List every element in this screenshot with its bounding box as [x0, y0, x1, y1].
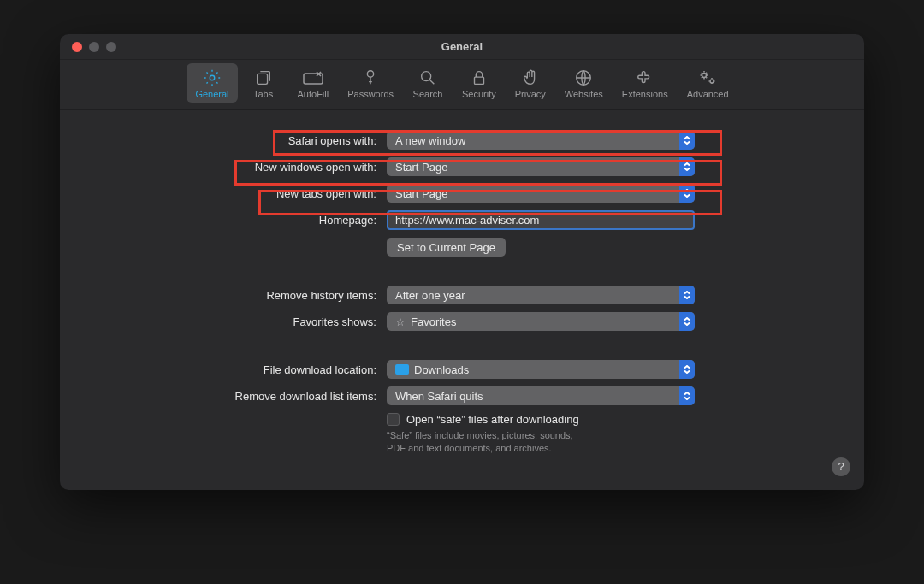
help-label: ?	[838, 460, 844, 473]
tab-label: Privacy	[515, 89, 546, 99]
open-safe-hint: “Safe” files include movies, pictures, s…	[387, 429, 695, 456]
remove-history-label: Remove history items:	[94, 289, 376, 302]
tab-label: Websites	[565, 89, 603, 99]
favorites-select[interactable]: ☆ Favorites	[387, 312, 695, 331]
tab-websites[interactable]: Websites	[556, 63, 612, 103]
svg-point-3	[367, 71, 373, 77]
svg-point-7	[702, 74, 707, 78]
select-value: Favorites	[411, 316, 456, 328]
open-safe-files-row: Open “safe” files after downloading	[387, 413, 695, 426]
button-label: Set to Current Page	[397, 241, 495, 254]
safari-opens-label: Safari opens with:	[94, 134, 376, 147]
star-icon: ☆	[395, 316, 406, 328]
tab-advanced[interactable]: Advanced	[678, 63, 737, 103]
svg-point-0	[210, 75, 215, 80]
remove-history-select[interactable]: After one year	[387, 286, 695, 304]
gears-icon	[697, 68, 718, 87]
new-tabs-label: New tabs open with:	[94, 187, 376, 200]
tab-search[interactable]: Search	[404, 63, 452, 103]
chevron-updown-icon	[679, 312, 695, 331]
titlebar: General	[60, 34, 864, 60]
download-location-select[interactable]: Downloads	[387, 360, 695, 379]
svg-rect-1	[257, 74, 267, 84]
set-current-page-button[interactable]: Set to Current Page	[387, 238, 506, 257]
svg-point-4	[422, 72, 431, 81]
window-title: General	[60, 34, 864, 60]
homepage-field[interactable]	[387, 210, 695, 230]
open-safe-files-checkbox[interactable]	[387, 413, 400, 426]
chevron-updown-icon	[679, 184, 695, 203]
new-tabs-select[interactable]: Start Page	[387, 184, 695, 203]
lock-icon	[470, 68, 489, 87]
puzzle-icon	[636, 68, 654, 87]
tab-label: Tabs	[253, 89, 273, 99]
tab-label: General	[195, 89, 228, 99]
chevron-updown-icon	[679, 131, 695, 150]
chevron-updown-icon	[679, 386, 695, 405]
svg-rect-5	[474, 77, 483, 84]
hand-icon	[521, 68, 540, 87]
chevron-updown-icon	[679, 360, 695, 379]
tab-label: AutoFill	[298, 89, 329, 99]
globe-icon	[574, 68, 593, 87]
safari-opens-select[interactable]: A new window	[387, 131, 695, 150]
traffic-lights	[72, 42, 116, 52]
content-area: Safari opens with: A new window New wind…	[60, 110, 864, 490]
tab-passwords[interactable]: Passwords	[339, 63, 402, 103]
tabs-icon	[254, 68, 273, 87]
minimize-window-button[interactable]	[89, 42, 99, 52]
tab-label: Search	[413, 89, 443, 99]
new-windows-select[interactable]: Start Page	[387, 157, 695, 176]
folder-icon	[395, 364, 409, 375]
chevron-updown-icon	[679, 286, 695, 304]
select-value: Start Page	[395, 187, 447, 200]
select-value: Start Page	[395, 161, 447, 174]
tab-tabs[interactable]: Tabs	[240, 63, 287, 103]
tab-label: Extensions	[622, 89, 668, 99]
tab-general[interactable]: General	[187, 63, 237, 103]
chevron-updown-icon	[679, 157, 695, 176]
zoom-window-button[interactable]	[106, 42, 116, 52]
favorites-label: Favorites shows:	[94, 316, 376, 328]
select-value: Downloads	[414, 363, 469, 376]
select-value: After one year	[395, 289, 465, 302]
svg-point-8	[710, 80, 714, 83]
search-icon	[418, 68, 437, 87]
preferences-window: General General Tabs AutoFill Passwords	[60, 34, 864, 490]
preferences-toolbar: General Tabs AutoFill Passwords Search	[60, 60, 864, 110]
download-location-label: File download location:	[94, 363, 376, 376]
tab-label: Advanced	[687, 89, 729, 99]
remove-downloads-select[interactable]: When Safari quits	[387, 386, 695, 405]
tab-autofill[interactable]: AutoFill	[289, 63, 338, 103]
close-window-button[interactable]	[72, 42, 82, 52]
new-windows-label: New windows open with:	[94, 161, 376, 174]
key-icon	[361, 68, 380, 87]
autofill-icon	[301, 68, 325, 87]
tab-extensions[interactable]: Extensions	[613, 63, 677, 103]
remove-downloads-label: Remove download list items:	[94, 390, 376, 403]
gear-icon	[203, 68, 222, 87]
tab-privacy[interactable]: Privacy	[506, 63, 554, 103]
help-button[interactable]: ?	[832, 457, 850, 476]
select-value: A new window	[395, 134, 465, 147]
checkbox-label: Open “safe” files after downloading	[406, 413, 579, 426]
select-value: When Safari quits	[395, 390, 483, 403]
tab-security[interactable]: Security	[453, 63, 505, 103]
tab-label: Passwords	[347, 89, 394, 99]
homepage-label: Homepage:	[94, 214, 376, 227]
tab-label: Security	[462, 89, 496, 99]
